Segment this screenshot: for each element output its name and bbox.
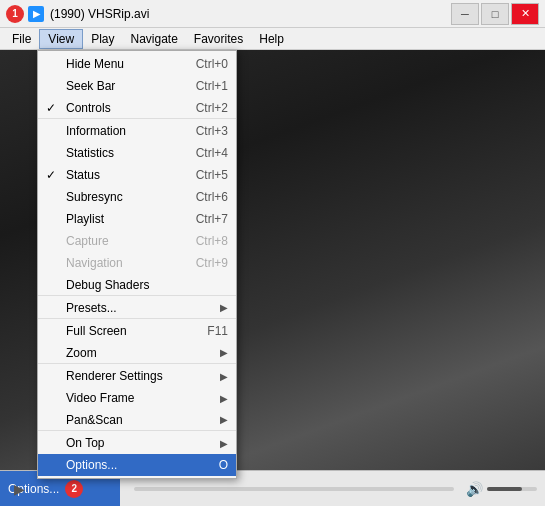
- menu-navigate[interactable]: Navigate: [122, 30, 185, 48]
- label-options: Options...: [66, 458, 203, 472]
- close-button[interactable]: ✕: [511, 3, 539, 25]
- content-area: Hide Menu Ctrl+0 Seek Bar Ctrl+1 ✓ Contr…: [0, 50, 545, 470]
- shortcut-hide-menu: Ctrl+0: [196, 57, 228, 71]
- menu-item-presets[interactable]: Presets... ▶: [38, 297, 236, 319]
- shortcut-navigation: Ctrl+9: [196, 256, 228, 270]
- label-navigation: Navigation: [66, 256, 180, 270]
- volume-fill: [487, 487, 522, 491]
- menu-item-capture: Capture Ctrl+8: [38, 230, 236, 252]
- label-statistics: Statistics: [66, 146, 180, 160]
- badge-2: 2: [65, 480, 83, 498]
- shortcut-controls: Ctrl+2: [196, 101, 228, 115]
- arrow-presets: ▶: [220, 302, 228, 313]
- menu-item-zoom[interactable]: Zoom ▶: [38, 342, 236, 364]
- menu-help[interactable]: Help: [251, 30, 292, 48]
- menu-item-playlist[interactable]: Playlist Ctrl+7: [38, 208, 236, 230]
- badge-1: 1: [6, 5, 24, 23]
- volume-bar[interactable]: [487, 487, 537, 491]
- menu-item-pan-scan[interactable]: Pan&Scan ▶: [38, 409, 236, 431]
- label-playlist: Playlist: [66, 212, 180, 226]
- menu-item-hide-menu[interactable]: Hide Menu Ctrl+0: [38, 53, 236, 75]
- shortcut-subresync: Ctrl+6: [196, 190, 228, 204]
- arrow-renderer-settings: ▶: [220, 371, 228, 382]
- menu-file[interactable]: File: [4, 30, 39, 48]
- menu-item-options[interactable]: Options... O: [38, 454, 236, 476]
- check-controls: ✓: [46, 101, 56, 115]
- app-icon: ▶: [28, 6, 44, 22]
- menu-view[interactable]: View: [39, 29, 83, 49]
- menu-item-statistics[interactable]: Statistics Ctrl+4: [38, 142, 236, 164]
- check-status: ✓: [46, 168, 56, 182]
- minimize-button[interactable]: ─: [451, 3, 479, 25]
- menu-item-seek-bar[interactable]: Seek Bar Ctrl+1: [38, 75, 236, 97]
- label-information: Information: [66, 124, 180, 138]
- arrow-zoom: ▶: [220, 347, 228, 358]
- arrow-video-frame: ▶: [220, 393, 228, 404]
- label-hide-menu: Hide Menu: [66, 57, 180, 71]
- shortcut-playlist: Ctrl+7: [196, 212, 228, 226]
- volume-icon[interactable]: 🔊: [466, 481, 483, 497]
- menu-item-video-frame[interactable]: Video Frame ▶: [38, 387, 236, 409]
- label-subresync: Subresync: [66, 190, 180, 204]
- maximize-button[interactable]: □: [481, 3, 509, 25]
- shortcut-status: Ctrl+5: [196, 168, 228, 182]
- seek-bar-control[interactable]: [134, 487, 454, 491]
- label-pan-scan: Pan&Scan: [66, 413, 220, 427]
- label-video-frame: Video Frame: [66, 391, 220, 405]
- label-on-top: On Top: [66, 436, 220, 450]
- menu-play[interactable]: Play: [83, 30, 122, 48]
- window-controls: ─ □ ✕: [451, 3, 539, 25]
- menu-item-renderer-settings[interactable]: Renderer Settings ▶: [38, 365, 236, 387]
- play-button[interactable]: ▶: [6, 476, 32, 502]
- menu-item-status[interactable]: ✓ Status Ctrl+5: [38, 164, 236, 186]
- label-zoom: Zoom: [66, 346, 220, 360]
- menu-item-on-top[interactable]: On Top ▶: [38, 432, 236, 454]
- label-seek-bar: Seek Bar: [66, 79, 180, 93]
- view-dropdown-menu: Hide Menu Ctrl+0 Seek Bar Ctrl+1 ✓ Contr…: [37, 50, 237, 479]
- menu-item-information[interactable]: Information Ctrl+3: [38, 120, 236, 142]
- shortcut-information: Ctrl+3: [196, 124, 228, 138]
- menu-item-debug-shaders[interactable]: Debug Shaders: [38, 274, 236, 296]
- shortcut-statistics: Ctrl+4: [196, 146, 228, 160]
- label-controls: Controls: [66, 101, 180, 115]
- label-debug-shaders: Debug Shaders: [66, 278, 228, 292]
- label-presets: Presets...: [66, 301, 220, 315]
- arrow-on-top: ▶: [220, 438, 228, 449]
- menu-item-subresync[interactable]: Subresync Ctrl+6: [38, 186, 236, 208]
- menu-bar: File View Play Navigate Favorites Help: [0, 28, 545, 50]
- label-capture: Capture: [66, 234, 180, 248]
- window-title: (1990) VHSRip.avi: [50, 7, 451, 21]
- shortcut-capture: Ctrl+8: [196, 234, 228, 248]
- menu-item-controls[interactable]: ✓ Controls Ctrl+2: [38, 97, 236, 119]
- shortcut-seek-bar: Ctrl+1: [196, 79, 228, 93]
- label-full-screen: Full Screen: [66, 324, 191, 338]
- menu-item-full-screen[interactable]: Full Screen F11: [38, 320, 236, 342]
- menu-item-navigation: Navigation Ctrl+9: [38, 252, 236, 274]
- label-status: Status: [66, 168, 180, 182]
- main-window: 1 ▶ (1990) VHSRip.avi ─ □ ✕ File View Pl…: [0, 0, 545, 506]
- shortcut-options: O: [219, 458, 228, 472]
- title-bar: 1 ▶ (1990) VHSRip.avi ─ □ ✕: [0, 0, 545, 28]
- menu-favorites[interactable]: Favorites: [186, 30, 251, 48]
- shortcut-full-screen: F11: [207, 324, 228, 338]
- label-renderer-settings: Renderer Settings: [66, 369, 220, 383]
- arrow-pan-scan: ▶: [220, 414, 228, 425]
